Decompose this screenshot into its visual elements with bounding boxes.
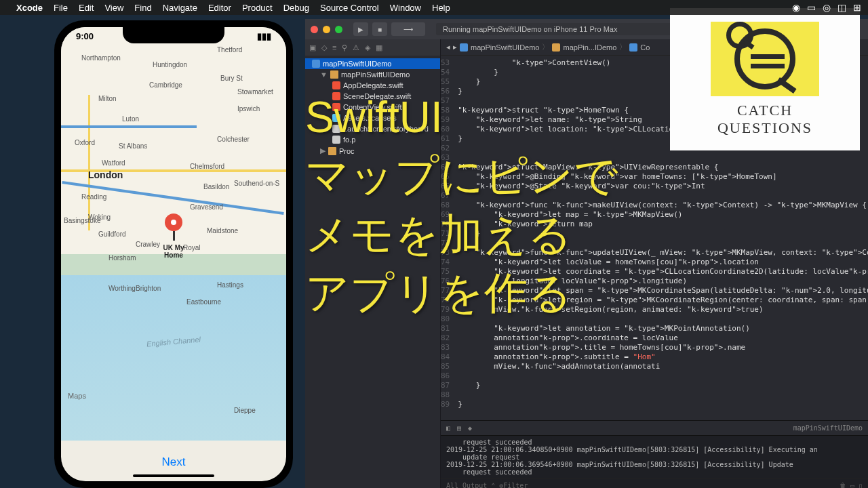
- line-gutter: 53 54 55 56 57 58 59 60 61 62 63 64 65 6…: [441, 56, 454, 420]
- console-output[interactable]: request succeeded 2019-12-25 21:00:06.34…: [441, 436, 868, 479]
- city-label: Reading: [81, 193, 106, 201]
- menu-navigate[interactable]: Navigate: [163, 3, 197, 13]
- zoom-icon[interactable]: [335, 26, 342, 33]
- camera-icon[interactable]: ◎: [823, 2, 831, 13]
- folder-item: ▼mapPinSwiftUIDemo: [305, 69, 440, 80]
- city-label: Crawley: [136, 241, 160, 248]
- city-label: Watford: [102, 159, 125, 167]
- test-tab-icon[interactable]: ◈: [365, 43, 370, 52]
- map-view[interactable]: LondonCambridgeIpswichColchesterChelmsfo…: [61, 27, 286, 441]
- menubar-right: ◉ ▭ ◎ ◫ ⊞: [792, 2, 861, 13]
- project-root: mapPinSwiftUIDemo: [305, 58, 440, 69]
- trash-icon[interactable]: 🗑 ▭ ▯: [840, 482, 863, 488]
- city-label: Bury St: [220, 75, 243, 82]
- symbol-tab-icon[interactable]: ≡: [332, 43, 336, 52]
- city-label: Ipswich: [237, 105, 260, 113]
- menu-product[interactable]: Product: [242, 3, 273, 13]
- pin-annotation: UK MyHome: [163, 244, 184, 259]
- file-icon: [629, 43, 637, 52]
- city-label: Brighton: [136, 285, 161, 292]
- city-label: Oxford: [75, 139, 95, 146]
- menu-help[interactable]: Help: [432, 3, 450, 13]
- menu-editor[interactable]: Editor: [208, 3, 231, 13]
- menu-app[interactable]: Xcode: [16, 3, 43, 13]
- issue-tab-icon[interactable]: ⚠: [353, 43, 359, 52]
- stop-button[interactable]: ■: [372, 22, 387, 36]
- city-label: Southend-on-S: [234, 180, 279, 187]
- city-label: Maidstone: [207, 227, 238, 235]
- console-filter-input[interactable]: Filter: [503, 482, 528, 488]
- city-label: Guildford: [98, 230, 126, 238]
- cast-icon[interactable]: ◫: [837, 2, 846, 13]
- minimize-icon[interactable]: [323, 26, 330, 33]
- project-icon: [460, 43, 468, 52]
- maps-attribution: Maps: [68, 392, 86, 400]
- menu-edit[interactable]: Edit: [79, 3, 94, 13]
- city-label: Dieppe: [234, 407, 256, 414]
- phone-notch: [123, 27, 224, 43]
- map-pin[interactable]: [165, 214, 182, 241]
- navigator-tabs[interactable]: ▣ ◇ ≡ ⚲ ⚠ ◈ ▦: [305, 39, 440, 56]
- city-label: St Albans: [119, 142, 147, 150]
- scm-tab-icon[interactable]: ◇: [321, 43, 327, 52]
- city-label: Gravesend: [190, 203, 223, 211]
- city-label: Thetford: [217, 46, 242, 54]
- window-traffic-lights[interactable]: [311, 26, 342, 33]
- city-label: Eastbourne: [186, 298, 221, 306]
- iphone-simulator: 9:00 ▮▮▮ LondonCambridgeIpswichColcheste…: [54, 20, 293, 488]
- file-appdelegate: AppDelegate.swift: [305, 80, 440, 91]
- breakpoint-icon[interactable]: ◆: [468, 424, 472, 432]
- macos-menubar: Xcode File Edit View Find Navigate Edito…: [0, 0, 868, 15]
- next-button[interactable]: Next: [162, 455, 186, 469]
- file-tree[interactable]: mapPinSwiftUIDemo ▼mapPinSwiftUIDemo App…: [305, 56, 440, 159]
- menu-view[interactable]: View: [104, 3, 123, 13]
- city-label: Northampton: [81, 54, 121, 62]
- city-label: Milton: [98, 95, 117, 102]
- jump-fwd-icon[interactable]: ▸: [453, 43, 457, 52]
- products-folder: ▶Proc: [305, 145, 440, 157]
- activity-status: Running mapPinSwiftUIDemo on iPhone 11 P…: [436, 23, 673, 35]
- find-tab-icon[interactable]: ⚲: [342, 43, 347, 52]
- city-label: Colchester: [217, 136, 250, 143]
- menu-source-control[interactable]: Source Control: [320, 3, 379, 13]
- menu-window[interactable]: Window: [390, 3, 421, 13]
- city-label: Cambridge: [149, 81, 182, 89]
- city-label: Hastings: [217, 281, 243, 289]
- close-icon[interactable]: [311, 26, 318, 33]
- file-assets: Assets.xcassets: [305, 113, 440, 123]
- debug-tab-icon[interactable]: ▦: [376, 43, 382, 52]
- city-label: Chelmsford: [190, 163, 224, 170]
- city-label: Worthing: [108, 285, 136, 292]
- city-label: Basildon: [203, 183, 229, 190]
- console-footer[interactable]: All Output ⌃ ⊜ Filter 🗑 ▭ ▯: [441, 479, 868, 488]
- debug-console[interactable]: ◧ ▤ ◆ mapPinSwiftUIDemo request succeede…: [441, 420, 868, 488]
- console-target: mapPinSwiftUIDemo: [793, 424, 863, 432]
- logo-graphic: [711, 22, 819, 96]
- run-button[interactable]: ▶: [353, 22, 368, 36]
- screen-icon[interactable]: ▭: [807, 2, 816, 13]
- magnifier-q-icon: [734, 28, 795, 89]
- file-info: fo.p: [305, 134, 440, 145]
- grid-icon[interactable]: ⊞: [853, 2, 861, 13]
- channel-logo: CATCH QUESTIONS: [670, 8, 860, 150]
- console-tabs[interactable]: ◧ ▤ ◆ mapPinSwiftUIDemo: [441, 421, 868, 436]
- menu-debug[interactable]: Debug: [283, 3, 309, 13]
- folder-tab-icon[interactable]: ▣: [309, 43, 316, 52]
- record-icon[interactable]: ◉: [792, 2, 800, 13]
- console-icon[interactable]: ▤: [457, 424, 461, 432]
- status-icons: ▮▮▮: [257, 31, 271, 41]
- folder-icon: [552, 43, 560, 52]
- variables-icon[interactable]: ◧: [446, 424, 450, 432]
- output-filter[interactable]: All Output: [446, 482, 487, 488]
- scheme-selector[interactable]: ⟶: [391, 22, 425, 36]
- city-label: Royal: [183, 244, 201, 251]
- project-navigator[interactable]: ▣ ◇ ≡ ⚲ ⚠ ◈ ▦ mapPinSwiftUIDemo ▼mapPinS…: [305, 39, 441, 488]
- menu-find[interactable]: Find: [134, 3, 151, 13]
- city-label: Luton: [122, 115, 139, 123]
- file-scenedelegate: SceneDelegate.swift: [305, 91, 440, 102]
- logo-text-2: QUESTIONS: [717, 119, 812, 137]
- phone-screen[interactable]: 9:00 ▮▮▮ LondonCambridgeIpswichColcheste…: [61, 27, 286, 481]
- jump-back-icon[interactable]: ◂: [446, 43, 450, 52]
- home-indicator[interactable]: [133, 474, 214, 477]
- menu-file[interactable]: File: [54, 3, 68, 13]
